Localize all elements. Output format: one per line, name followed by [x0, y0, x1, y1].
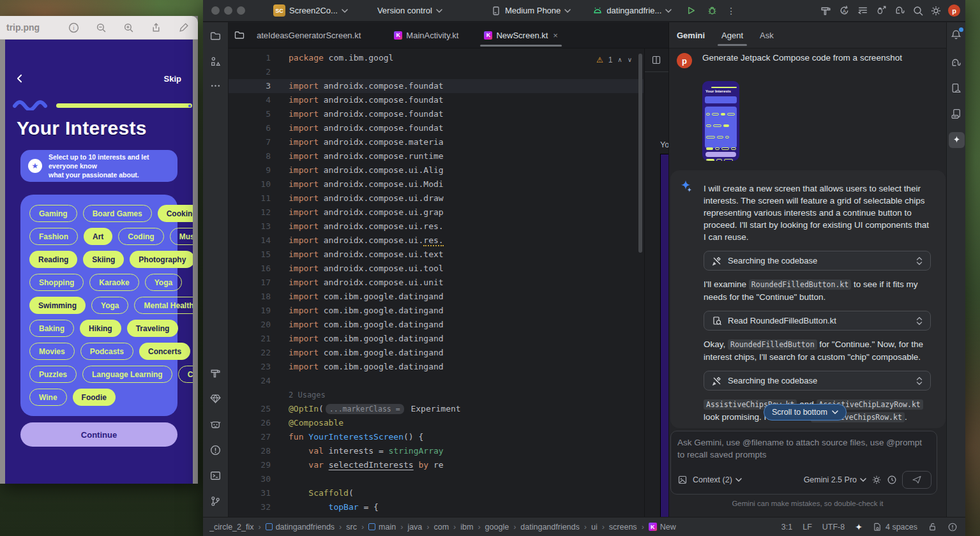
code-line[interactable]: 4import androidx.compose.foundat	[229, 93, 644, 107]
debug-button[interactable]	[707, 5, 718, 16]
settings-icon[interactable]	[930, 5, 942, 17]
back-history-icon[interactable]	[857, 4, 869, 17]
device-manager-icon[interactable]	[950, 82, 962, 94]
inspections-status-icon[interactable]	[947, 522, 958, 532]
tab-agent[interactable]: Agent	[721, 22, 743, 48]
tool-call-card-searching-the-codebase[interactable]: Searching the codebase	[704, 251, 931, 271]
code-line[interactable]: 3import androidx.compose.foundat	[229, 79, 644, 93]
code-line[interactable]: 1package com.ibm.googl⚠1∧∨	[229, 51, 644, 65]
editor-scrollbar[interactable]	[638, 54, 642, 253]
app-quality-insights-icon[interactable]	[209, 392, 222, 405]
breadcrumb-item-ui[interactable]: ui	[591, 523, 598, 532]
build-tool-icon[interactable]	[209, 367, 222, 379]
code-line[interactable]: 15import androidx.compose.ui.text	[229, 248, 644, 262]
project-tool-icon[interactable]	[209, 30, 222, 42]
tool-call-card-searching-the-codebase[interactable]: Searching the codebase	[704, 371, 931, 391]
history-icon[interactable]	[887, 475, 897, 485]
attach-debugger-icon[interactable]	[875, 4, 887, 17]
code-line[interactable]: 20import com.ibm.google.datingand	[229, 318, 644, 332]
code-line[interactable]: 13import androidx.compose.ui.res.	[229, 220, 644, 234]
code-line[interactable]: 19import com.ibm.google.datingand	[229, 304, 644, 318]
window-minimize-button[interactable]	[224, 6, 232, 15]
gemini-settings-icon[interactable]	[871, 475, 882, 485]
attach-image-icon[interactable]	[677, 475, 688, 485]
window-zoom-button[interactable]	[237, 6, 245, 15]
window-close-button[interactable]	[211, 6, 220, 15]
caret-position[interactable]: 3:1	[781, 523, 792, 532]
preview-layout-icon[interactable]	[651, 55, 661, 65]
code-line[interactable]: 22import com.ibm.google.datingand	[229, 346, 644, 360]
gemini-prompt-input[interactable]	[677, 436, 930, 470]
gradle-tool-icon[interactable]	[950, 57, 962, 69]
code-line[interactable]: 12import androidx.compose.ui.grap	[229, 205, 644, 220]
project-widget[interactable]: SC Screen2Co...	[268, 3, 353, 19]
breadcrumb[interactable]: _circle_2_fix›datingandfriends›src›main›…	[209, 523, 676, 532]
breadcrumb-item-google[interactable]: google	[485, 523, 509, 532]
expand-collapse-icon[interactable]	[916, 376, 923, 385]
zoom-in-icon[interactable]	[123, 22, 134, 33]
resource-manager-icon[interactable]	[209, 56, 222, 68]
breadcrumb-item-src[interactable]: src	[346, 523, 357, 532]
code-line[interactable]: 32 topBar = {	[229, 500, 644, 514]
breadcrumb-item-new[interactable]: KNew	[649, 523, 676, 532]
preview-titlebar[interactable]: trip.png	[0, 16, 198, 40]
code-line[interactable]: 9import androidx.compose.ui.Alig	[229, 163, 644, 177]
select-opened-file-icon[interactable]	[234, 29, 245, 41]
code-line[interactable]: 17import androidx.compose.ui.unit	[229, 276, 644, 290]
code-line[interactable]: 2	[229, 65, 644, 79]
code-line[interactable]: 23import com.ibm.google.datingand	[229, 360, 644, 374]
send-button[interactable]	[902, 471, 931, 489]
file-lock-icon[interactable]	[928, 522, 937, 532]
file-encoding[interactable]: UTF-8	[822, 523, 845, 532]
vcs-widget[interactable]: Version control	[372, 3, 448, 19]
tab-newscreen[interactable]: K NewScreen.kt ×	[476, 22, 566, 48]
zoom-out-icon[interactable]	[96, 22, 107, 33]
run-button[interactable]	[686, 5, 697, 16]
share-icon[interactable]	[151, 22, 162, 33]
breadcrumb-item-ibm[interactable]: ibm	[460, 523, 473, 532]
more-run-options-icon[interactable]: ⋮	[727, 6, 735, 16]
context-selector[interactable]: Context (2)	[693, 475, 742, 484]
code-line[interactable]: 30	[229, 472, 644, 486]
studio-bot-icon[interactable]	[209, 419, 222, 431]
breadcrumb-item-screens[interactable]: screens	[609, 523, 637, 532]
code-line[interactable]: 7import androidx.compose.materia	[229, 135, 644, 149]
code-line[interactable]: 28 val interests = stringArray	[229, 444, 644, 458]
code-line[interactable]: 31 Scaffold(	[229, 486, 644, 500]
code-line[interactable]: 21import com.ibm.google.datingand	[229, 332, 644, 346]
code-line[interactable]: 5import androidx.compose.foundat	[229, 107, 644, 121]
code-line[interactable]: 16import androidx.compose.ui.tool	[229, 262, 644, 276]
breadcrumb-item-java[interactable]: java	[407, 523, 422, 532]
usages-inlay-hint[interactable]: 2 Usages	[229, 388, 644, 402]
indent-setting[interactable]: 4 spaces	[873, 522, 917, 532]
version-control-tool-icon[interactable]	[209, 495, 222, 507]
gemini-status-icon[interactable]: ✦	[855, 522, 863, 532]
code-line[interactable]: 11import androidx.compose.ui.draw	[229, 191, 644, 205]
terminal-tool-icon[interactable]	[209, 470, 222, 482]
breadcrumb-item-datingandfriends[interactable]: datingandfriends	[520, 523, 579, 532]
sync-translate-icon[interactable]	[838, 4, 850, 17]
tab-dateideasgeneratorscreen[interactable]: ateIdeasGeneratorScreen.kt	[249, 22, 368, 48]
code-line[interactable]: 18import com.ibm.google.datingand	[229, 290, 644, 304]
expand-collapse-icon[interactable]	[916, 316, 923, 325]
breadcrumb-item-_circle_2_fix[interactable]: _circle_2_fix	[209, 523, 253, 532]
scroll-to-bottom-button[interactable]: Scroll to bottom	[764, 404, 847, 421]
tool-call-card-read-roundedfilledbutton-kt[interactable]: Read RoundedFilledButton.kt	[704, 311, 931, 331]
close-tab-icon[interactable]: ×	[553, 31, 558, 40]
build-icon[interactable]	[820, 4, 832, 17]
screenshot-thumbnail[interactable]: Your Interests	[702, 81, 739, 161]
code-editor[interactable]: 1package com.ibm.googl⚠1∧∨23import andro…	[229, 48, 644, 517]
breadcrumb-item-main[interactable]: main	[368, 523, 396, 532]
expand-collapse-icon[interactable]	[916, 257, 923, 265]
code-line[interactable]: 25@OptIn(...markerClass = Experiment	[229, 402, 644, 416]
code-line[interactable]: 8import androidx.compose.runtime	[229, 149, 644, 163]
more-tool-windows-icon[interactable]	[209, 80, 222, 92]
code-line[interactable]: 10import androidx.compose.ui.Modi	[229, 177, 644, 191]
gradle-sync-icon[interactable]	[894, 4, 906, 17]
tab-ask[interactable]: Ask	[760, 22, 774, 48]
gemini-input-box[interactable]: Context (2) Gemini 2.5 Pro	[670, 431, 937, 495]
code-line[interactable]: 24	[229, 374, 644, 388]
problems-tool-icon[interactable]	[209, 444, 222, 456]
user-avatar[interactable]: p	[948, 4, 960, 17]
breadcrumb-item-datingandfriends[interactable]: datingandfriends	[266, 523, 335, 532]
